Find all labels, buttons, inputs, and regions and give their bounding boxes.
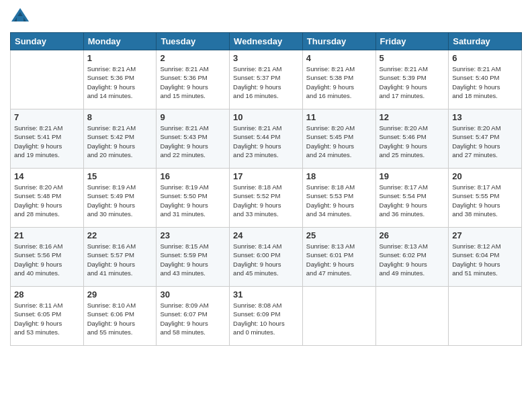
day-info: Sunrise: 8:19 AM Sunset: 5:50 PM Dayligh… bbox=[160, 183, 226, 218]
day-info: Sunrise: 8:21 AM Sunset: 5:37 PM Dayligh… bbox=[233, 64, 299, 100]
calendar-day-cell: 18Sunrise: 8:18 AM Sunset: 5:53 PM Dayli… bbox=[302, 169, 375, 228]
day-info: Sunrise: 8:18 AM Sunset: 5:52 PM Dayligh… bbox=[233, 183, 299, 218]
day-info: Sunrise: 8:21 AM Sunset: 5:38 PM Dayligh… bbox=[306, 64, 372, 100]
calendar-day-cell: 26Sunrise: 8:13 AM Sunset: 6:02 PM Dayli… bbox=[375, 228, 449, 287]
calendar-day-cell: 14Sunrise: 8:20 AM Sunset: 5:48 PM Dayli… bbox=[11, 169, 84, 228]
calendar-day-cell: 20Sunrise: 8:17 AM Sunset: 5:55 PM Dayli… bbox=[449, 169, 522, 228]
day-number: 24 bbox=[233, 230, 299, 240]
calendar-day-cell: 29Sunrise: 8:10 AM Sunset: 6:06 PM Dayli… bbox=[83, 287, 157, 346]
day-number: 11 bbox=[306, 112, 372, 122]
day-info: Sunrise: 8:21 AM Sunset: 5:36 PM Dayligh… bbox=[160, 64, 226, 100]
day-info: Sunrise: 8:09 AM Sunset: 6:07 PM Dayligh… bbox=[160, 301, 226, 336]
day-info: Sunrise: 8:20 AM Sunset: 5:47 PM Dayligh… bbox=[452, 124, 518, 159]
calendar-day-cell: 30Sunrise: 8:09 AM Sunset: 6:07 PM Dayli… bbox=[157, 287, 230, 346]
day-info: Sunrise: 8:20 AM Sunset: 5:48 PM Dayligh… bbox=[14, 183, 80, 218]
day-info: Sunrise: 8:17 AM Sunset: 5:55 PM Dayligh… bbox=[452, 183, 518, 218]
calendar-day-cell: 6Sunrise: 8:21 AM Sunset: 5:40 PM Daylig… bbox=[449, 50, 522, 109]
calendar-day-cell: 17Sunrise: 8:18 AM Sunset: 5:52 PM Dayli… bbox=[230, 169, 303, 228]
day-info: Sunrise: 8:13 AM Sunset: 6:02 PM Dayligh… bbox=[380, 242, 445, 277]
day-number: 12 bbox=[380, 112, 445, 122]
calendar-week-row: 1Sunrise: 8:21 AM Sunset: 5:36 PM Daylig… bbox=[11, 50, 522, 109]
day-info: Sunrise: 8:13 AM Sunset: 6:01 PM Dayligh… bbox=[306, 242, 372, 277]
calendar-header-sunday: Sunday bbox=[11, 33, 84, 50]
logo-icon bbox=[10, 7, 30, 27]
day-number: 31 bbox=[233, 289, 299, 300]
day-number: 6 bbox=[452, 53, 518, 63]
calendar-day-cell: 9Sunrise: 8:21 AM Sunset: 5:43 PM Daylig… bbox=[157, 109, 230, 169]
day-number: 21 bbox=[14, 230, 80, 240]
day-number: 27 bbox=[452, 230, 518, 240]
calendar-day-cell: 10Sunrise: 8:21 AM Sunset: 5:44 PM Dayli… bbox=[230, 109, 303, 169]
day-number: 3 bbox=[233, 53, 299, 63]
calendar-day-cell: 21Sunrise: 8:16 AM Sunset: 5:56 PM Dayli… bbox=[11, 228, 84, 287]
day-info: Sunrise: 8:16 AM Sunset: 5:57 PM Dayligh… bbox=[87, 242, 153, 277]
day-info: Sunrise: 8:21 AM Sunset: 5:42 PM Dayligh… bbox=[87, 124, 153, 159]
day-info: Sunrise: 8:14 AM Sunset: 6:00 PM Dayligh… bbox=[233, 242, 299, 277]
day-number: 5 bbox=[380, 53, 445, 63]
day-info: Sunrise: 8:21 AM Sunset: 5:44 PM Dayligh… bbox=[233, 124, 299, 159]
calendar-day-cell: 22Sunrise: 8:16 AM Sunset: 5:57 PM Dayli… bbox=[83, 228, 157, 287]
calendar-day-cell: 25Sunrise: 8:13 AM Sunset: 6:01 PM Dayli… bbox=[302, 228, 375, 287]
calendar-week-row: 14Sunrise: 8:20 AM Sunset: 5:48 PM Dayli… bbox=[11, 169, 522, 228]
day-number: 8 bbox=[87, 112, 153, 122]
day-number: 4 bbox=[306, 53, 372, 63]
day-number: 22 bbox=[87, 230, 153, 240]
header bbox=[10, 7, 522, 27]
day-info: Sunrise: 8:20 AM Sunset: 5:45 PM Dayligh… bbox=[306, 124, 372, 159]
day-number: 17 bbox=[233, 171, 299, 181]
day-number: 19 bbox=[380, 171, 445, 181]
calendar-day-cell: 27Sunrise: 8:12 AM Sunset: 6:04 PM Dayli… bbox=[449, 228, 522, 287]
day-number: 16 bbox=[160, 171, 226, 181]
day-number: 20 bbox=[452, 171, 518, 181]
day-number: 29 bbox=[87, 289, 153, 300]
calendar-header-saturday: Saturday bbox=[449, 33, 522, 50]
calendar-day-cell: 8Sunrise: 8:21 AM Sunset: 5:42 PM Daylig… bbox=[83, 109, 157, 169]
day-number: 13 bbox=[452, 112, 518, 122]
calendar-day-cell: 28Sunrise: 8:11 AM Sunset: 6:05 PM Dayli… bbox=[11, 287, 84, 346]
day-number: 1 bbox=[87, 53, 153, 63]
calendar-week-row: 28Sunrise: 8:11 AM Sunset: 6:05 PM Dayli… bbox=[11, 287, 522, 346]
day-info: Sunrise: 8:08 AM Sunset: 6:09 PM Dayligh… bbox=[233, 301, 299, 336]
day-info: Sunrise: 8:10 AM Sunset: 6:06 PM Dayligh… bbox=[87, 301, 153, 336]
calendar-header-wednesday: Wednesday bbox=[230, 33, 303, 50]
day-info: Sunrise: 8:12 AM Sunset: 6:04 PM Dayligh… bbox=[452, 242, 518, 277]
calendar-week-row: 21Sunrise: 8:16 AM Sunset: 5:56 PM Dayli… bbox=[11, 228, 522, 287]
day-number: 25 bbox=[306, 230, 372, 240]
day-info: Sunrise: 8:21 AM Sunset: 5:43 PM Dayligh… bbox=[160, 124, 226, 159]
day-number: 9 bbox=[160, 112, 226, 122]
calendar-day-cell: 4Sunrise: 8:21 AM Sunset: 5:38 PM Daylig… bbox=[302, 50, 375, 109]
calendar-day-cell: 16Sunrise: 8:19 AM Sunset: 5:50 PM Dayli… bbox=[157, 169, 230, 228]
day-info: Sunrise: 8:21 AM Sunset: 5:36 PM Dayligh… bbox=[87, 64, 153, 100]
day-info: Sunrise: 8:15 AM Sunset: 5:59 PM Dayligh… bbox=[160, 242, 226, 277]
calendar-day-cell: 19Sunrise: 8:17 AM Sunset: 5:54 PM Dayli… bbox=[375, 169, 449, 228]
calendar-day-cell bbox=[302, 287, 375, 346]
calendar-day-cell: 1Sunrise: 8:21 AM Sunset: 5:36 PM Daylig… bbox=[83, 50, 157, 109]
day-info: Sunrise: 8:21 AM Sunset: 5:40 PM Dayligh… bbox=[452, 64, 518, 100]
calendar-day-cell: 23Sunrise: 8:15 AM Sunset: 5:59 PM Dayli… bbox=[157, 228, 230, 287]
day-number: 14 bbox=[14, 171, 80, 181]
day-info: Sunrise: 8:11 AM Sunset: 6:05 PM Dayligh… bbox=[14, 301, 80, 336]
page: SundayMondayTuesdayWednesdayThursdayFrid… bbox=[0, 0, 532, 411]
day-info: Sunrise: 8:17 AM Sunset: 5:54 PM Dayligh… bbox=[380, 183, 445, 218]
calendar-header-monday: Monday bbox=[83, 33, 157, 50]
calendar-day-cell: 3Sunrise: 8:21 AM Sunset: 5:37 PM Daylig… bbox=[230, 50, 303, 109]
calendar-day-cell bbox=[449, 287, 522, 346]
calendar-day-cell: 2Sunrise: 8:21 AM Sunset: 5:36 PM Daylig… bbox=[157, 50, 230, 109]
calendar-header-friday: Friday bbox=[375, 33, 449, 50]
calendar-day-cell: 5Sunrise: 8:21 AM Sunset: 5:39 PM Daylig… bbox=[375, 50, 449, 109]
day-info: Sunrise: 8:18 AM Sunset: 5:53 PM Dayligh… bbox=[306, 183, 372, 218]
day-number: 30 bbox=[160, 289, 226, 300]
calendar-header-row: SundayMondayTuesdayWednesdayThursdayFrid… bbox=[11, 33, 522, 50]
day-info: Sunrise: 8:19 AM Sunset: 5:49 PM Dayligh… bbox=[87, 183, 153, 218]
calendar-week-row: 7Sunrise: 8:21 AM Sunset: 5:41 PM Daylig… bbox=[11, 109, 522, 169]
day-number: 10 bbox=[233, 112, 299, 122]
day-info: Sunrise: 8:16 AM Sunset: 5:56 PM Dayligh… bbox=[14, 242, 80, 277]
calendar-table: SundayMondayTuesdayWednesdayThursdayFrid… bbox=[10, 32, 522, 346]
calendar-header-tuesday: Tuesday bbox=[157, 33, 230, 50]
calendar-day-cell: 24Sunrise: 8:14 AM Sunset: 6:00 PM Dayli… bbox=[230, 228, 303, 287]
calendar-day-cell: 11Sunrise: 8:20 AM Sunset: 5:45 PM Dayli… bbox=[302, 109, 375, 169]
logo bbox=[10, 7, 33, 27]
svg-rect-2 bbox=[17, 16, 24, 21]
day-number: 2 bbox=[160, 53, 226, 63]
calendar-day-cell: 12Sunrise: 8:20 AM Sunset: 5:46 PM Dayli… bbox=[375, 109, 449, 169]
